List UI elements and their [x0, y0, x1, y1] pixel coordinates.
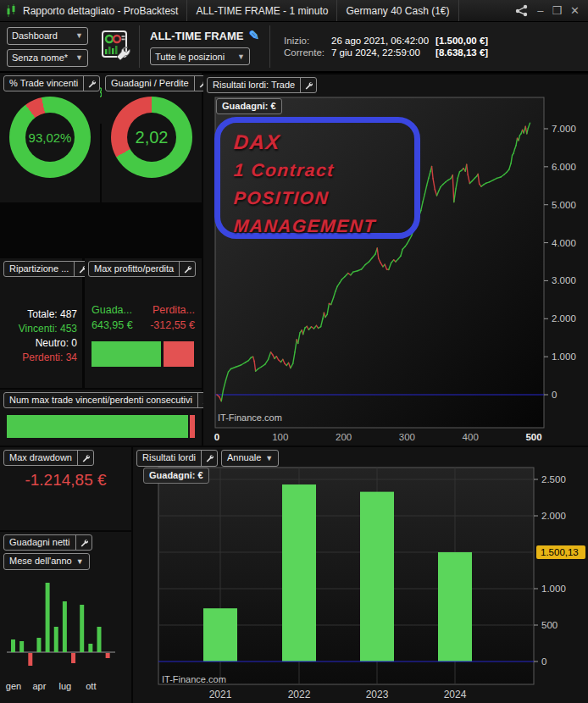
max-profit-value: 643,95 € [92, 318, 133, 333]
max-drawdown-value: -1.214,85 € [0, 471, 131, 490]
window-controls: – ❒ ✕ [506, 0, 588, 21]
wrench-icon[interactable] [77, 451, 93, 465]
svg-text:200: 200 [336, 432, 352, 442]
panel-max-pl-title: Max profitto/perdita [89, 262, 179, 276]
annual-gains-chart: 05001.0002.0002.50020212022202320241.500… [133, 447, 588, 703]
svg-text:1.000: 1.000 [552, 352, 576, 362]
report-title-section: Rapporto dettagliato - ProBacktest [0, 0, 187, 21]
corrente-label: Corrente: [284, 47, 325, 58]
svg-text:0: 0 [541, 656, 546, 667]
consecutive-wins-bar [7, 415, 188, 438]
report-title: Rapporto dettagliato - ProBacktest [23, 5, 178, 17]
annotation-line: 1 Contract [233, 156, 415, 184]
max-loss-value: -312,55 € [150, 318, 195, 333]
instrument-section: Germany 40 Cash (1€) [337, 0, 458, 21]
timeframe-section: ALL-TIME FRAME - 1 minuto [187, 0, 337, 21]
minimize-button[interactable]: – [537, 5, 543, 16]
svg-text:300: 300 [399, 432, 415, 442]
panel-num-max-consecutivi: Num max trade vincenti/perdenti consecut… [0, 390, 202, 446]
toolbar-separator [269, 25, 270, 68]
watermark: IT-Finance.com [162, 674, 226, 684]
max-profit-bar [92, 341, 161, 367]
panel-pct-vincenti-title: % Trade vincenti [4, 76, 83, 91]
annotation-line: POSITION [233, 184, 415, 212]
max-profit-label: Guada... [92, 302, 133, 318]
win-rate-donut: 93,02% [9, 97, 91, 178]
corrente-amount: [8.638,13 €] [435, 47, 488, 58]
svg-text:apr: apr [32, 681, 46, 691]
svg-text:2022: 2022 [288, 689, 311, 700]
chevron-down-icon: ▼ [75, 53, 83, 62]
series-label: Guadagni: € [217, 99, 281, 113]
monthly-gains-chart: genaprlugott [0, 571, 131, 703]
svg-text:500: 500 [525, 432, 541, 442]
inizio-amount: [1.500,00 €] [435, 36, 488, 46]
positions-select-value: Tutte le posizioni [155, 52, 225, 62]
wrench-icon[interactable] [75, 535, 92, 550]
frame-title: ALL-TIME FRAME [150, 30, 243, 42]
month-period-dropdown[interactable]: Mese dell'anno▼ [3, 553, 90, 570]
series-label: Guadagni: € [144, 468, 208, 483]
positions-select[interactable]: Tutte le posizioni ▼ [150, 47, 250, 65]
dashboard-content: Guadagno 7.138,13 € % Trade vincenti 93,… [0, 73, 588, 703]
panel-max-drawdown: Max drawdown -1.214,85 € [0, 447, 131, 530]
panel-ripartizione: Ripartizione ... Totale: 487 Vincenti: 4… [0, 258, 82, 388]
svg-text:0: 0 [214, 432, 219, 442]
svg-text:2.000: 2.000 [541, 511, 566, 521]
chevron-down-icon: ▼ [237, 53, 245, 61]
titlebar-spacer [459, 0, 507, 21]
probacktest-window: Rapporto dettagliato - ProBacktest ALL-T… [0, 0, 588, 703]
panel-guadagni-netti-title: Guadagni netti [4, 535, 75, 550]
panel-max-profitto-perdita: Max profitto/perdita Guada... 643,95 € P… [85, 258, 202, 388]
month-period-value: Mese dell'anno [9, 556, 72, 566]
toolbar-separator [139, 25, 140, 68]
close-button[interactable]: ✕ [570, 5, 580, 16]
watermark: IT-Finance.com [218, 412, 282, 423]
breakdown-vincenti: Vincenti: 453 [19, 322, 77, 336]
trade-breakdown-list: Totale: 487 Vincenti: 453 Neutro: 0 Perd… [19, 307, 77, 365]
inizio-value: 26 ago 2021, 06:42:00 [331, 36, 429, 46]
svg-text:7.000: 7.000 [552, 124, 576, 134]
edit-frame-icon[interactable]: ✎ [248, 28, 259, 43]
win-rate-value: 93,02% [29, 130, 72, 145]
annotation-line: DAX [233, 128, 415, 156]
instrument-label: Germany 40 Cash (1€) [346, 5, 449, 17]
profit-loss-ratio-donut: 2,02 [111, 97, 192, 178]
svg-text:0: 0 [552, 390, 557, 400]
svg-text:500: 500 [541, 620, 557, 630]
layout-select-value: Senza nome* [12, 53, 68, 63]
maximize-button[interactable]: ❒ [552, 5, 562, 16]
svg-text:gen: gen [6, 681, 21, 691]
consecutive-losses-bar [190, 415, 195, 438]
panel-risultati-annuale: Risultati lordi Annuale▼ Guadagni: € 050… [133, 447, 588, 703]
breakdown-neutro: Neutro: 0 [19, 336, 77, 351]
breakdown-totale: Totale: 487 [19, 307, 77, 322]
svg-text:3.000: 3.000 [552, 275, 576, 285]
panel-pct-vincenti: % Trade vincenti 93,02% [0, 73, 100, 202]
svg-text:2021: 2021 [209, 689, 232, 700]
svg-text:1.000: 1.000 [541, 584, 566, 594]
svg-text:400: 400 [463, 432, 479, 442]
svg-text:2.000: 2.000 [552, 313, 576, 324]
wrench-icon[interactable] [179, 262, 195, 276]
svg-text:2.500: 2.500 [541, 474, 566, 484]
svg-text:ott: ott [86, 681, 96, 691]
wrench-icon[interactable] [83, 76, 99, 91]
candlestick-icon [5, 4, 19, 18]
share-icon[interactable] [514, 4, 529, 17]
layout-select[interactable]: Senza nome* ▼ [7, 49, 88, 67]
report-settings-icon[interactable] [100, 29, 130, 64]
svg-text:1.500,13: 1.500,13 [541, 547, 579, 557]
panel-ripartizione-title: Ripartizione ... [4, 262, 74, 276]
breakdown-perdenti: Perdenti: 34 [19, 351, 77, 365]
dashboard-select[interactable]: Dashboard ▼ [7, 27, 88, 45]
title-bar: Rapporto dettagliato - ProBacktest ALL-T… [0, 0, 588, 22]
svg-text:2024: 2024 [444, 689, 467, 700]
view-selects: Dashboard ▼ Senza nome* ▼ [0, 27, 95, 67]
corrente-value: 7 giu 2024, 22:59:00 [331, 47, 429, 58]
panel-guadagni-netti: Guadagni netti Mese dell'anno▼ genaprlug… [0, 532, 131, 703]
annotation-line: MANAGEMENT [233, 212, 415, 240]
svg-text:5.000: 5.000 [552, 200, 576, 210]
svg-text:lug: lug [59, 681, 72, 691]
panel-max-drawdown-title: Max drawdown [4, 451, 77, 465]
